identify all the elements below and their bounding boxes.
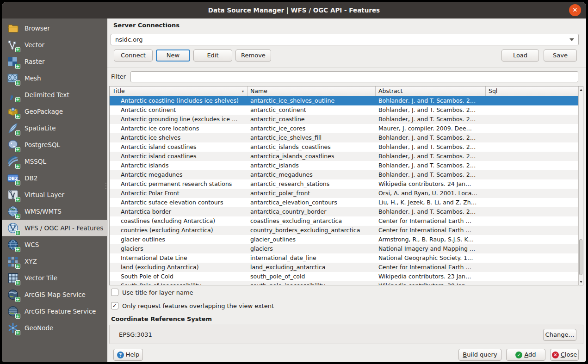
table-row[interactable]: countries (excluding Antarctica)country_… [110,226,578,235]
sidebar-item-label: Browser [25,25,50,32]
scrollbar-thumb[interactable] [579,239,582,275]
table-row[interactable]: South Pole of Coldsouth_pole_of_coldWiki… [110,272,578,281]
use-title-checkbox[interactable] [111,289,118,296]
cell-abstract: Center for International Earth … [376,263,486,272]
help-button[interactable]: ? Help [113,349,143,361]
cell-name: coastlines_excluding_antarctica [248,216,376,226]
table-row[interactable]: Antarctic islandsantarctic_islandsBohlan… [110,161,578,170]
svg-text:,: , [9,89,14,101]
sidebar-item-delimited-text[interactable]: ,+Delimited Text [2,86,107,103]
window-close-icon[interactable]: ✕ [569,4,581,16]
titlebar[interactable]: Data Source Manager | WFS / OGC API - Fe… [2,2,586,19]
sidebar-item-arcgis-feature-service[interactable]: +ArcGIS Feature Service [2,303,107,320]
sidebar-item-label: Vector Tile [25,274,57,282]
cell-abstract: Bohlander, J. and T. Scambos. 2… [376,115,486,124]
column-header-title[interactable]: Title▾ [110,86,248,96]
cell-title: Antarctic island coastlines [110,152,248,161]
connection-select[interactable]: nsidc.org [111,34,579,45]
sidebar-item-label: WMS/WMTS [25,208,62,215]
table-row[interactable]: Antarctic suface elevation contoursantar… [110,198,578,207]
column-header-name[interactable]: Name [248,86,376,96]
sidebar-item-geonode[interactable]: +GeoNode [2,320,107,336]
table-row[interactable]: land (excluding Antarctica)land_excludin… [110,263,578,272]
virtual-layer-icon: + [7,189,19,201]
cell-name: glaciers [248,244,376,253]
sidebar-item-raster[interactable]: +Raster [2,53,107,70]
table-row[interactable]: coastlines (excluding Antarctica)coastli… [110,216,578,226]
table-row[interactable]: Antarctic coastline (includes ice shelve… [110,96,578,105]
sidebar-item-vector[interactable]: +Vector [2,37,107,53]
sidebar-item-mssql[interactable]: +MSSQL [2,153,107,170]
new-button[interactable]: New [156,49,190,62]
table-row[interactable]: glacier outlinesglacier_outlinesArmstron… [110,235,578,244]
sidebar-item-mesh[interactable]: +Mesh [2,70,107,86]
table-row[interactable]: Antarctica borderantarctica_country_bord… [110,207,578,216]
close-button[interactable]: ✕ Close [550,349,579,361]
cell-title: Antarctic Polar Front [110,189,248,198]
table-row[interactable]: Antarctic island coastlinesantarctica_is… [110,152,578,161]
arcgis-globe-icon: + [7,289,19,301]
table-row[interactable]: Antarctic ice core locationsantarctic_ic… [110,124,578,133]
table-row[interactable]: Antarctic Polar Frontantarctic_polar_fro… [110,189,578,198]
sidebar-splitter-handle[interactable] [105,178,107,194]
cell-name: antarctic_ice_cores [248,124,376,133]
sidebar-item-wcs[interactable]: +WCS [2,236,107,253]
source-type-sidebar: Browser+Vector+Raster+Mesh,+Delimited Te… [2,19,107,362]
table-row[interactable]: Antarctic grounding line (excludes ice …… [110,115,578,124]
add-button[interactable]: ✓ Add [506,349,545,361]
add-plus-badge-icon: + [15,80,20,86]
sidebar-item-geopackage[interactable]: +GeoPackage [2,103,107,120]
table-row[interactable]: International Date Lineinternational_dat… [110,253,578,263]
cell-title: glacier outlines [110,235,248,244]
add-plus-badge-icon: + [15,130,20,136]
cell-sql [486,216,578,226]
cell-name: south_pole_inaccessibility [248,281,376,285]
cell-title: Antarctic coastline (includes ice shelve… [110,96,248,105]
sidebar-item-vector-tile[interactable]: +Vector Tile [2,270,107,286]
cell-sql [486,198,578,207]
save-button[interactable]: Save [544,49,577,62]
table-row[interactable]: Antarctic megadunesantarctic_megadunesBo… [110,170,578,179]
raster-icon: + [7,56,19,68]
cell-sql [486,133,578,142]
cell-sql [486,207,578,216]
sidebar-item-xyz[interactable]: +XYZ [2,253,107,270]
scroll-up-icon[interactable] [579,86,583,93]
crs-change-button[interactable]: Change… [543,329,576,341]
table-row[interactable]: Antarctic continentantarctic_continentBo… [110,105,578,115]
sidebar-item-db2[interactable]: DB2+DB2 [2,170,107,186]
column-header-abstract[interactable]: Abstract [376,86,486,96]
sidebar-item-browser[interactable]: Browser [2,20,107,37]
crs-frame: EPSG:3031 Change… [109,325,583,344]
sidebar-item-postgresql[interactable]: +PostgreSQL [2,136,107,153]
scroll-down-icon[interactable] [579,278,583,285]
build-query-button[interactable]: Build query [458,349,501,361]
sidebar-item-arcgis-map-service[interactable]: +ArcGIS Map Service [2,286,107,303]
table-row[interactable]: Antarctic permanent research stationsant… [110,179,578,189]
server-connections-title: Server Connections [113,22,179,29]
cell-abstract: Bohlander, J. and T. Scambos. 2… [376,207,486,216]
filter-input[interactable] [130,71,578,82]
table-row[interactable]: Antarctic island coastlinesantarctic_isl… [110,142,578,152]
remove-button[interactable]: Remove [235,49,271,62]
geonode-spark-icon: + [7,322,19,334]
connect-button[interactable]: Connect [114,49,153,62]
table-row[interactable]: South Pole of Inaccessibilitysouth_pole_… [110,281,578,285]
sidebar-item-wfs-ogc-api-features[interactable]: +WFS / OGC API - Features [2,220,107,236]
cell-abstract: National Imagery and Mapping … [376,244,486,253]
cell-sql [486,189,578,198]
table-row[interactable]: glaciersglaciersNational Imagery and Map… [110,244,578,253]
edit-button[interactable]: Edit [193,49,232,62]
sidebar-item-virtual-layer[interactable]: +Virtual Layer [2,186,107,203]
load-button[interactable]: Load [501,49,539,62]
cell-abstract: Maurer, J. compiler. 2009. Dee… [376,124,486,133]
sidebar-item-wms-wmts[interactable]: +WMS/WMTS [2,203,107,220]
only-overlapping-checkbox[interactable]: ✓ [111,302,118,309]
cell-sql [486,281,578,285]
add-plus-badge-icon: + [15,314,20,319]
table-row[interactable]: Antarctic ice shelvesantarctic_ice_shelv… [110,133,578,142]
sidebar-item-spatialite[interactable]: +SpatiaLite [2,120,107,136]
add-plus-badge-icon: + [15,280,20,285]
column-header-sql[interactable]: Sql [486,86,583,96]
vertical-scrollbar[interactable] [578,86,583,285]
